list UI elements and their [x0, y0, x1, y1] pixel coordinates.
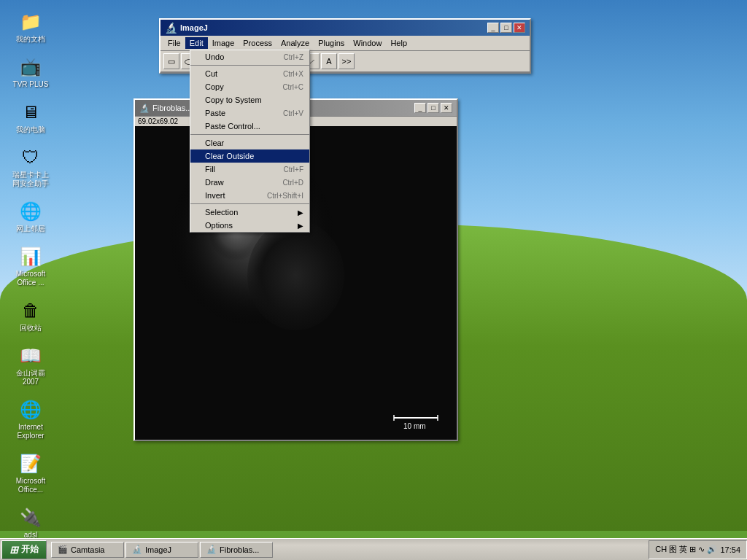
menu-copy-to-system[interactable]: Copy to System: [190, 93, 309, 106]
taskbar-fibroblas-label: Fibroblas...: [220, 545, 259, 554]
icon-ie[interactable]: 🌐 Internet Explorer: [7, 395, 54, 443]
icon-ruixing[interactable]: 🛡 瑞星卡卡上网安全助手: [7, 143, 54, 191]
icon-adsl[interactable]: 🔌 adsl: [7, 503, 54, 542]
taskbar-camtasia[interactable]: 🎬 Camtasia: [51, 542, 124, 558]
menu-process[interactable]: Process: [239, 37, 276, 49]
imagej-window-controls: _ □ ✕: [487, 23, 525, 33]
toolbar-more-btn[interactable]: >>: [338, 53, 355, 69]
taskbar-fibroblas-icon: 🔬: [206, 545, 217, 554]
ms-office-icon: 📊: [19, 245, 42, 268]
desktop: 📁 我的文档 📺 TVR PLUS 🖥 我的电脑 🛡 瑞星卡卡上网安全助手 🌐 …: [0, 0, 747, 560]
imagej-title-icon: 🔬: [165, 22, 177, 34]
icon-ms-word[interactable]: 📝 Microsoft Office...: [7, 449, 54, 497]
start-button[interactable]: ⊞ 开始: [1, 540, 47, 559]
fibroblas-maximize-button[interactable]: □: [427, 103, 439, 113]
menu-selection-label: Selection: [205, 208, 238, 217]
imagej-maximize-button[interactable]: □: [500, 23, 512, 33]
taskbar-fibroblas[interactable]: 🔬 Fibroblas...: [200, 542, 273, 558]
jinshan-icon: 📖: [19, 344, 42, 368]
icon-ms-office[interactable]: 📊 Microsoft Office ...: [7, 242, 54, 290]
desktop-icons-area: 📁 我的文档 📺 TVR PLUS 🖥 我的电脑 🛡 瑞星卡卡上网安全助手 🌐 …: [7, 7, 54, 560]
ie-icon: 🌐: [19, 398, 42, 421]
imagej-menubar: File Edit Image Process Analyze Plugins …: [160, 36, 530, 51]
tray-lang: CH 图 英 ⊞ ∿ 🔊: [655, 544, 717, 555]
menu-paste-control[interactable]: Paste Control...: [190, 120, 309, 133]
menu-options[interactable]: Options ▶: [190, 219, 309, 232]
menu-invert[interactable]: Invert Ctrl+Shift+I: [190, 189, 309, 202]
windows-logo: ⊞: [9, 544, 18, 556]
icon-my-docs[interactable]: 📁 我的文档: [7, 7, 54, 47]
ruixing-label: 瑞星卡卡上网安全助手: [10, 171, 51, 188]
icon-recycle[interactable]: 🗑 回收站: [7, 296, 54, 335]
taskbar-imagej[interactable]: 🔬 ImageJ: [125, 542, 198, 558]
menu-copy-label: Copy: [205, 82, 224, 91]
divider-1: [190, 65, 309, 66]
ms-word-icon: 📝: [19, 452, 42, 475]
icon-tvr-plus[interactable]: 📺 TVR PLUS: [7, 52, 54, 92]
menu-edit[interactable]: Edit: [185, 37, 208, 49]
menu-undo[interactable]: Undo Ctrl+Z: [190, 50, 309, 63]
menu-cut-shortcut: Ctrl+X: [283, 70, 303, 78]
fibroblas-window-controls: _ □ ✕: [414, 103, 452, 113]
menu-analyze[interactable]: Analyze: [276, 37, 314, 49]
menu-help[interactable]: Help: [386, 37, 411, 49]
menu-invert-shortcut: Ctrl+Shift+I: [267, 192, 303, 200]
network-label: 网上邻居: [16, 225, 45, 233]
menu-window[interactable]: Window: [349, 37, 386, 49]
menu-fill-shortcut: Ctrl+F: [284, 166, 304, 174]
ms-office-label: Microsoft Office ...: [10, 270, 51, 287]
selection-arrow-icon: ▶: [298, 209, 303, 217]
menu-draw[interactable]: Draw Ctrl+D: [190, 176, 309, 189]
fibroblas-title-icon: 🔬: [139, 104, 150, 113]
menu-draw-shortcut: Ctrl+D: [282, 179, 303, 187]
toolbar-text-btn[interactable]: A: [321, 53, 337, 69]
ie-label: Internet Explorer: [10, 423, 51, 440]
fibroblas-minimize-button[interactable]: _: [414, 103, 426, 113]
menu-paste[interactable]: Paste Ctrl+V: [190, 106, 309, 120]
recycle-icon: 🗑: [19, 299, 42, 322]
menu-draw-label: Draw: [205, 178, 224, 187]
edit-dropdown-menu: Undo Ctrl+Z Cut Ctrl+X Copy Ctrl+C Copy …: [190, 50, 310, 233]
menu-image[interactable]: Image: [208, 37, 239, 49]
menu-cut[interactable]: Cut Ctrl+X: [190, 67, 309, 80]
taskbar-imagej-icon: 🔬: [132, 545, 142, 554]
menu-cut-label: Cut: [205, 69, 217, 78]
camtasia-label: Camtasia: [71, 545, 104, 554]
ms-word-label: Microsoft Office...: [10, 477, 51, 494]
menu-paste-control-label: Paste Control...: [205, 122, 260, 131]
tvr-plus-label: TVR PLUS: [13, 80, 49, 89]
menu-clear-outside[interactable]: Clear Outside: [190, 149, 309, 163]
start-button-label: 开始: [21, 543, 39, 556]
icon-jinshan[interactable]: 📖 金山词霸2007: [7, 341, 54, 389]
imagej-titlebar: 🔬 ImageJ _ □ ✕: [160, 20, 530, 36]
icon-network[interactable]: 🌐 网上邻居: [7, 197, 54, 236]
fibroblas-close-button[interactable]: ✕: [441, 103, 452, 113]
menu-plugins[interactable]: Plugins: [314, 37, 349, 49]
menu-selection[interactable]: Selection ▶: [190, 206, 309, 219]
icon-my-computer[interactable]: 🖥 我的电脑: [7, 98, 54, 137]
toolbar-rect-btn[interactable]: ▭: [163, 53, 179, 69]
menu-clear-outside-label: Clear Outside: [205, 152, 254, 160]
jinshan-label: 金山词霸2007: [10, 369, 51, 386]
menu-undo-label: Undo: [205, 52, 224, 61]
menu-copy-to-system-label: Copy to System: [205, 96, 262, 104]
options-arrow-icon: ▶: [298, 222, 303, 230]
menu-undo-shortcut: Ctrl+Z: [284, 53, 304, 61]
fibroblas-coords-text: 69.02x69.02: [138, 117, 178, 125]
imagej-close-button[interactable]: ✕: [514, 23, 525, 33]
taskbar-tray: CH 图 英 ⊞ ∿ 🔊 17:54: [649, 540, 747, 559]
menu-fill-label: Fill: [205, 165, 215, 174]
svg-text:10 mm: 10 mm: [403, 422, 426, 430]
my-docs-icon: 📁: [19, 10, 42, 34]
menu-clear[interactable]: Clear: [190, 136, 309, 149]
menu-copy[interactable]: Copy Ctrl+C: [190, 80, 309, 93]
my-computer-label: 我的电脑: [16, 125, 45, 134]
imagej-minimize-button[interactable]: _: [487, 23, 499, 33]
adsl-icon: 🔌: [19, 506, 42, 529]
taskbar-imagej-label: ImageJ: [145, 545, 171, 554]
tvr-plus-icon: 📺: [19, 55, 42, 79]
taskbar-items: 🎬 Camtasia 🔬 ImageJ 🔬 Fibroblas...: [51, 542, 646, 558]
menu-fill[interactable]: Fill Ctrl+F: [190, 163, 309, 176]
menu-file[interactable]: File: [163, 37, 185, 49]
taskbar: ⊞ 开始 🎬 Camtasia 🔬 ImageJ 🔬 Fibroblas... …: [0, 538, 747, 560]
